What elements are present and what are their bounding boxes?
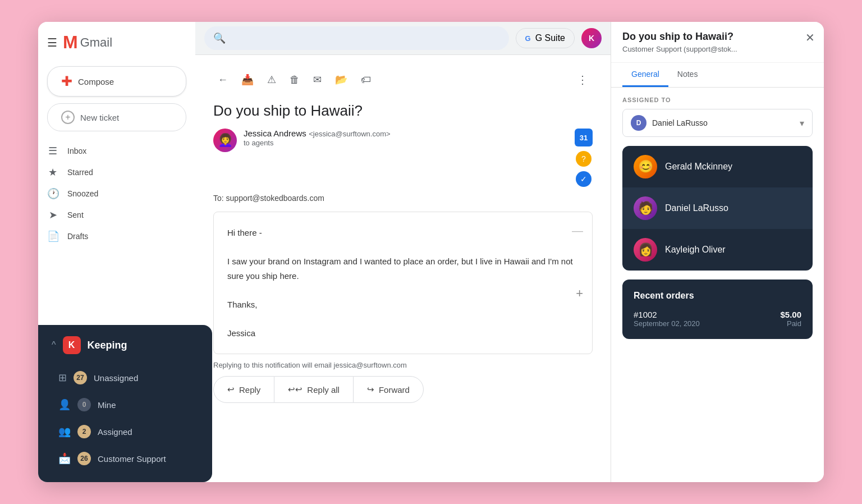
more-options-icon[interactable]: ⋮ xyxy=(572,68,593,91)
agent-item-daniel[interactable]: 🧑 Daniel LaRusso xyxy=(622,187,813,229)
assigned-to-label: ASSIGNED TO xyxy=(622,97,813,103)
kayleigh-avatar: 👩 xyxy=(634,238,657,262)
agents-dropdown: 😊 Gerald Mckinney 🧑 Daniel LaRusso 👩 Kay… xyxy=(622,146,813,271)
customer-support-label: Customer Support xyxy=(98,454,192,464)
collapse-icon[interactable]: — xyxy=(572,221,583,240)
keeping-nav: ⊞ 27 Unassigned 👤 0 Mine 👥 2 Assigned 📩 … xyxy=(52,365,199,471)
assigned-badge: 2 xyxy=(77,425,91,438)
archive-icon[interactable]: 📥 xyxy=(237,69,258,90)
hamburger-icon[interactable]: ☰ xyxy=(47,36,57,49)
sidebar-item-snoozed[interactable]: 🕐 Snoozed xyxy=(38,183,186,204)
search-bar[interactable]: 🔍 xyxy=(204,26,509,50)
new-ticket-plus-icon: + xyxy=(61,111,75,124)
email-thread: ← 📥 ⚠ 🗑 ✉ 📂 🏷 ⋮ Do you ship to Hawaii? 👩… xyxy=(195,55,611,482)
kayleigh-avatar-emoji: 👩 xyxy=(638,242,653,257)
chevron-down-icon: ▾ xyxy=(800,118,804,129)
email-subject: Do you ship to Hawaii? xyxy=(213,102,593,120)
keeping-nav-mine[interactable]: 👤 0 Mine xyxy=(52,392,199,417)
order-amount: $5.00 xyxy=(780,310,801,319)
sidebar-item-drafts[interactable]: 📄 Drafts xyxy=(38,226,186,247)
tab-general[interactable]: General xyxy=(622,63,668,87)
drafts-icon: 📄 xyxy=(47,230,58,242)
drafts-label: Drafts xyxy=(67,232,88,241)
people-icon: 👥 xyxy=(58,425,71,438)
snoozed-icon: 🕐 xyxy=(47,187,58,200)
tab-notes[interactable]: Notes xyxy=(668,63,707,87)
panel-body: ASSIGNED TO D Daniel LaRusso ▾ 😊 Gerald … xyxy=(611,88,824,482)
starred-icon: ★ xyxy=(47,166,58,178)
assigned-select[interactable]: D Daniel LaRusso ▾ xyxy=(622,109,813,137)
spam-icon[interactable]: ⚠ xyxy=(263,69,281,90)
expand-plus-icon[interactable]: + xyxy=(576,283,583,304)
blue-check-icon: ✓ xyxy=(576,171,592,187)
sidebar-item-starred[interactable]: ★ Starred xyxy=(38,162,186,183)
inbox-icon: 📩 xyxy=(58,452,71,465)
keeping-bottom-panel: ^ K Keeping ⊞ 27 Unassigned 👤 0 Mine 👥 2… xyxy=(38,325,212,482)
keeping-nav-assigned[interactable]: 👥 2 Assigned xyxy=(52,419,199,444)
keeping-panel: Do you ship to Hawaii? Customer Support … xyxy=(611,22,824,482)
keeping-nav-customer-support[interactable]: 📩 26 Customer Support xyxy=(52,446,199,471)
customer-support-badge: 26 xyxy=(77,452,91,465)
gmail-text: Gmail xyxy=(80,35,112,50)
keeping-chevron-icon[interactable]: ^ xyxy=(52,340,56,350)
mail-icon[interactable]: ✉ xyxy=(309,69,326,90)
daniel-name: Daniel LaRusso xyxy=(665,203,728,213)
agent-item-gerald[interactable]: 😊 Gerald Mckinney xyxy=(622,146,813,187)
panel-header: Do you ship to Hawaii? Customer Support … xyxy=(611,22,824,63)
assigned-avatar: D xyxy=(631,115,646,131)
new-ticket-button[interactable]: + New ticket xyxy=(47,103,186,131)
mine-label: Mine xyxy=(98,400,192,410)
gerald-name: Gerald Mckinney xyxy=(665,162,732,172)
sidebar-item-inbox[interactable]: ☰ Inbox xyxy=(38,140,186,162)
orange-status-icon: ? xyxy=(576,151,592,167)
forward-icon: ↪ xyxy=(367,384,374,395)
panel-subtitle: Customer Support (support@stok... xyxy=(622,45,801,53)
email-to-line: To: support@stokedboards.com xyxy=(213,194,593,203)
sidebar-item-sent[interactable]: ➤ Sent xyxy=(38,204,186,226)
daniel-avatar: 🧑 xyxy=(634,196,657,220)
sender-email: <jessica@surftown.com> xyxy=(309,130,390,138)
compose-label: Compose xyxy=(78,77,114,86)
daniel-avatar-emoji: 🧑 xyxy=(638,201,653,216)
compose-button[interactable]: ✚ Compose xyxy=(47,66,186,97)
panel-title: Do you ship to Hawaii? xyxy=(622,31,801,43)
sent-label: Sent xyxy=(67,210,84,219)
user-avatar[interactable]: K xyxy=(581,28,602,48)
sender-avatar: 👩‍🦱 xyxy=(213,129,237,152)
recent-orders-section: Recent orders #1002 September 02, 2020 $… xyxy=(622,280,813,339)
assigned-label: Assigned xyxy=(98,427,192,437)
gerald-avatar-emoji: 😊 xyxy=(638,159,653,174)
top-bar: 🔍 G G Suite K xyxy=(195,22,611,55)
new-ticket-label: New ticket xyxy=(80,113,119,122)
reply-label: Reply xyxy=(239,385,260,395)
agent-item-kayleigh[interactable]: 👩 Kayleigh Oliver xyxy=(622,229,813,271)
side-icons: 31 ? ✓ xyxy=(575,129,593,187)
panel-tabs: General Notes xyxy=(611,63,824,88)
email-to-address: support@stokedboards.com xyxy=(226,194,324,203)
order-id: #1002 xyxy=(634,310,700,319)
folder-icon[interactable]: 📂 xyxy=(331,69,352,90)
keeping-nav-unassigned[interactable]: ⊞ 27 Unassigned xyxy=(52,365,199,390)
forward-button[interactable]: ↪ Forward xyxy=(353,376,424,403)
gsuite-label: G Suite xyxy=(535,33,565,43)
reply-all-button[interactable]: ↩↩ Reply all xyxy=(274,376,353,403)
kayleigh-name: Kayleigh Oliver xyxy=(665,245,726,255)
delete-icon[interactable]: 🗑 xyxy=(285,70,304,90)
forward-label: Forward xyxy=(379,385,410,395)
layers-icon: ⊞ xyxy=(58,372,67,384)
reply-button[interactable]: ↩ Reply xyxy=(213,376,274,403)
body-line-2: I saw your brand on Instagram and I want… xyxy=(227,254,579,283)
mine-badge: 0 xyxy=(77,398,91,411)
gsuite-button[interactable]: G G Suite xyxy=(516,28,575,48)
gmail-header: ☰ M Gmail xyxy=(38,26,195,62)
panel-close-button[interactable]: ✕ xyxy=(805,31,815,44)
email-action-bar: ← 📥 ⚠ 🗑 ✉ 📂 🏷 ⋮ xyxy=(213,68,593,91)
starred-label: Starred xyxy=(67,168,93,177)
gerald-avatar: 😊 xyxy=(634,155,657,178)
back-icon[interactable]: ← xyxy=(213,70,232,90)
body-line-1: Hi there - xyxy=(227,226,579,240)
calendar-icon[interactable]: 31 xyxy=(575,129,593,146)
recent-orders-title: Recent orders xyxy=(634,291,801,301)
person-icon: 👤 xyxy=(58,398,71,411)
tag-icon[interactable]: 🏷 xyxy=(356,70,375,90)
